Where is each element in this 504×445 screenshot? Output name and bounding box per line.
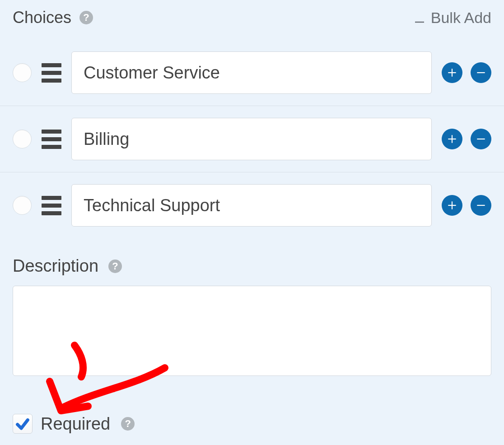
plus-circle-icon [446, 133, 458, 145]
download-icon [413, 11, 426, 24]
check-icon [15, 416, 30, 431]
description-label: Description [13, 256, 98, 276]
choice-row [0, 172, 504, 238]
remove-choice-button[interactable] [471, 62, 491, 83]
minus-circle-icon [475, 199, 487, 211]
add-choice-button[interactable] [442, 195, 462, 216]
choice-row [0, 40, 504, 106]
bulk-add-label: Bulk Add [431, 9, 491, 27]
choice-input[interactable] [71, 184, 432, 227]
plus-circle-icon [446, 199, 458, 211]
add-choice-button[interactable] [442, 62, 462, 83]
drag-handle-icon[interactable] [42, 62, 61, 83]
bulk-add-button[interactable]: Bulk Add [413, 9, 491, 27]
choice-input[interactable] [71, 51, 432, 94]
drag-handle-icon[interactable] [42, 129, 61, 150]
minus-circle-icon [475, 67, 487, 79]
minus-circle-icon [475, 133, 487, 145]
remove-choice-button[interactable] [471, 195, 491, 216]
choices-label: Choices [13, 8, 71, 27]
choice-row [0, 106, 504, 172]
description-input[interactable] [13, 286, 491, 376]
default-choice-radio[interactable] [13, 196, 32, 215]
add-choice-button[interactable] [442, 129, 462, 149]
question-circle-icon[interactable]: ? [79, 11, 93, 24]
drag-handle-icon[interactable] [42, 195, 61, 216]
plus-circle-icon [446, 67, 458, 79]
question-circle-icon[interactable]: ? [121, 417, 135, 431]
question-circle-icon[interactable]: ? [108, 260, 122, 273]
choices-list [0, 40, 504, 238]
default-choice-radio[interactable] [13, 130, 32, 148]
required-checkbox[interactable] [13, 414, 33, 434]
required-label: Required [41, 414, 110, 434]
choice-input[interactable] [71, 118, 432, 160]
default-choice-radio[interactable] [13, 63, 32, 82]
remove-choice-button[interactable] [471, 129, 491, 149]
